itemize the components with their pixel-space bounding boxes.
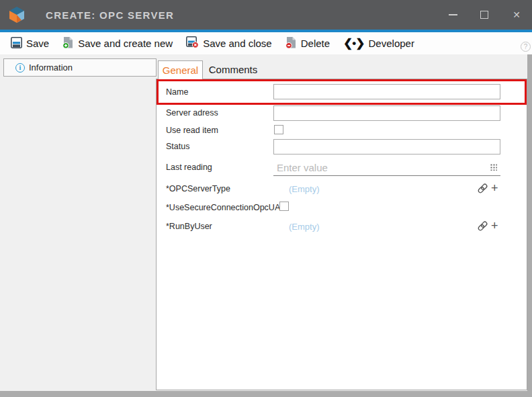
use-secure-connection-label: *UseSecureConnectionOpcUA [166, 203, 280, 212]
run-by-user-value[interactable]: (Empty) [289, 222, 320, 232]
maximize-button[interactable] [472, 0, 496, 30]
developer-button[interactable]: ❮•❯ Developer [337, 32, 421, 54]
code-braces-icon: ❮•❯ [343, 38, 364, 49]
save-and-create-new-button[interactable]: Save and create new [56, 32, 179, 54]
opc-server-type-label: *OPCServerType [166, 184, 230, 193]
info-icon: i [15, 63, 25, 73]
minimize-button[interactable] [441, 0, 465, 30]
use-secure-connection-checkbox[interactable] [279, 202, 289, 211]
use-read-item-label: Use read item [166, 126, 218, 135]
tab-comments-label: Comments [209, 64, 258, 75]
link-icon[interactable] [477, 183, 488, 197]
toolbar: Save Save and create new [0, 32, 532, 54]
save-button-label: Save [26, 38, 49, 49]
save-button[interactable]: Save [4, 32, 56, 54]
tab-comments[interactable]: Comments [206, 60, 261, 79]
information-tab-label: Information [29, 62, 73, 73]
save-and-close-label: Save and close [203, 38, 272, 49]
plus-icon[interactable]: + [491, 221, 498, 231]
maximize-icon [480, 11, 488, 19]
document-add-icon [62, 36, 74, 51]
server-address-field-label: Server adress [166, 108, 218, 118]
document-delete-icon [285, 36, 297, 51]
window-right-edge [527, 54, 532, 397]
plus-icon[interactable]: + [491, 183, 498, 193]
run-by-user-label: *RunByUser [166, 222, 212, 231]
developer-button-label: Developer [369, 38, 414, 49]
server-address-input[interactable] [273, 105, 500, 121]
help-icon[interactable]: ? [521, 42, 531, 52]
window-bottom-edge [0, 391, 532, 397]
sidebar-tab-information[interactable]: i Information [3, 58, 157, 77]
delete-button[interactable]: Delete [279, 32, 337, 54]
status-field-label: Status [166, 142, 189, 151]
last-reading-input[interactable] [273, 160, 500, 176]
tab-general[interactable]: General [158, 60, 203, 79]
link-icon[interactable] [477, 220, 488, 234]
opc-server-type-value[interactable]: (Empty) [289, 184, 320, 194]
save-and-create-new-label: Save and create new [78, 38, 173, 49]
app-logo-icon [7, 5, 26, 27]
last-reading-field-label: Last reading [166, 163, 212, 172]
title-bar: CREATE: OPC SERVER ✕ [0, 0, 532, 30]
delete-button-label: Delete [301, 38, 330, 49]
tab-general-label: General [163, 64, 198, 76]
close-button[interactable]: ✕ [504, 0, 529, 30]
name-field-label: Name [166, 87, 188, 97]
opc-server-create-window: CREATE: OPC SERVER ✕ Save [0, 0, 532, 397]
floppy-close-icon [186, 36, 199, 50]
use-read-item-checkbox[interactable] [274, 125, 283, 134]
grid-icon[interactable] [490, 163, 497, 171]
minimize-icon [449, 14, 457, 15]
name-input[interactable] [273, 84, 500, 99]
save-floppy-icon [11, 37, 22, 50]
window-title: CREATE: OPC SERVER [46, 0, 174, 30]
status-input[interactable] [273, 139, 500, 155]
save-and-close-button[interactable]: Save and close [179, 32, 279, 54]
